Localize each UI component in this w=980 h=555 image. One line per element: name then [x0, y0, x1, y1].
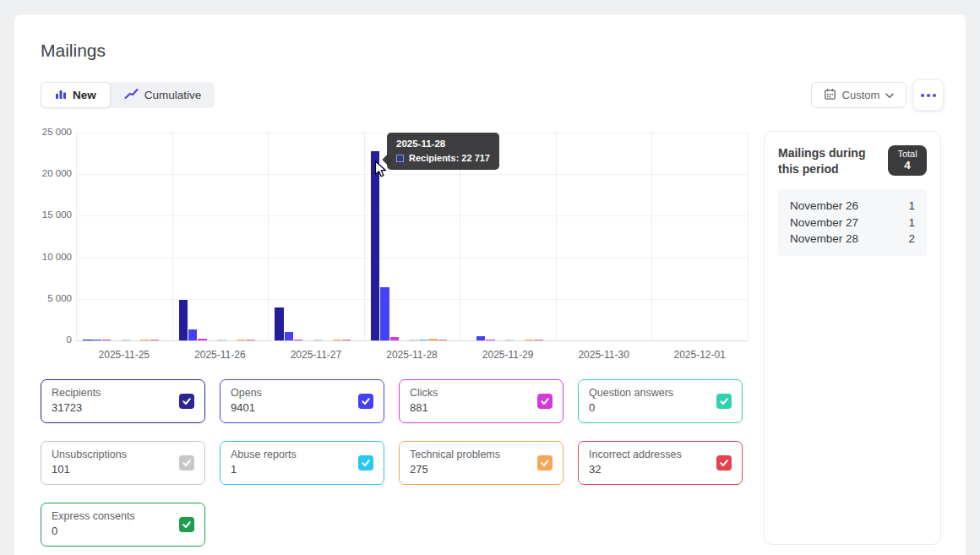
bar-clicks-2025-11-28[interactable] [390, 337, 400, 340]
clicks-checkbox[interactable] [537, 394, 553, 409]
bar-clicks-2025-11-29[interactable] [486, 340, 495, 341]
x-axis-tick: 2025-11-26 [172, 349, 269, 361]
bar-opens-2025-11-27[interactable] [285, 332, 294, 340]
period-day-label: November 27 [790, 215, 858, 231]
metric-label: Express consents [52, 510, 194, 522]
bar-technical-problems-2025-11-29[interactable] [525, 340, 534, 341]
bar-opens-2025-11-28[interactable] [380, 287, 389, 340]
period-summary-list: November 261November 271November 282 [778, 189, 927, 256]
period-day-count: 2 [908, 231, 915, 248]
bar-opens-2025-11-26[interactable] [188, 329, 198, 340]
bar-unsubscriptions-2025-11-26[interactable] [217, 340, 226, 341]
bar-clicks-2025-11-25[interactable] [102, 340, 112, 341]
gridline-v [748, 133, 749, 340]
metric-value: 0 [52, 525, 194, 537]
bar-opens-2025-11-29[interactable] [476, 336, 486, 340]
gridline-v [76, 133, 77, 340]
incorrect-addresses-checkbox[interactable] [716, 455, 732, 471]
y-axis-tick: 20 000 [25, 168, 72, 178]
metric-card-incorrect-addresses[interactable]: Incorrect addresses32 [578, 441, 743, 485]
technical-problems-checkbox[interactable] [537, 455, 553, 471]
bar-technical-problems-2025-11-27[interactable] [333, 340, 342, 341]
metric-label: Incorrect addresses [589, 449, 732, 460]
recipients-checkbox[interactable] [179, 394, 194, 409]
metric-card-technical-problems[interactable]: Technical problems275 [399, 441, 564, 485]
metric-card-unsubscriptions[interactable]: Unsubscriptions101 [41, 441, 205, 485]
series-marker-icon [396, 155, 404, 162]
bar-recipients-2025-11-26[interactable] [179, 300, 188, 340]
metric-label: Opens [231, 387, 373, 399]
gridline-v [651, 133, 652, 340]
metric-card-question-answers[interactable]: Question answers0 [578, 379, 743, 423]
x-axis-tick: 2025-12-01 [651, 349, 748, 361]
bar-unsubscriptions-2025-11-25[interactable] [122, 340, 131, 341]
metric-value: 275 [410, 463, 553, 476]
metric-label: Question answers [589, 387, 732, 399]
total-badge: Total 4 [888, 145, 927, 176]
gridline-v [172, 133, 173, 340]
metric-cards-row-3: Express consents0 [41, 503, 205, 547]
period-day-label: November 26 [790, 198, 858, 215]
bar-abuse-reports-2025-11-28[interactable] [419, 340, 428, 341]
bar-incorrect-addresses-2025-11-27[interactable] [342, 340, 351, 341]
gridline-h [76, 258, 748, 258]
metric-value: 9401 [231, 401, 373, 414]
metric-card-clicks[interactable]: Clicks881 [399, 379, 564, 423]
abuse-reports-checkbox[interactable] [358, 455, 373, 471]
gridline-v [268, 133, 269, 340]
bar-clicks-2025-11-26[interactable] [198, 339, 207, 340]
x-axis-tick: 2025-11-25 [76, 349, 172, 361]
period-summary-heading: Mailings during this period [778, 145, 869, 177]
bar-unsubscriptions-2025-11-28[interactable] [409, 340, 418, 341]
bar-incorrect-addresses-2025-11-28[interactable] [438, 340, 448, 341]
bar-technical-problems-2025-11-25[interactable] [140, 340, 150, 341]
bar-unsubscriptions-2025-11-27[interactable] [313, 340, 323, 341]
metric-card-recipients[interactable]: Recipients31723 [41, 379, 205, 423]
metric-label: Clicks [410, 387, 553, 399]
metric-card-abuse-reports[interactable]: Abuse reports1 [220, 441, 384, 485]
period-day-count: 1 [908, 198, 915, 215]
gridline-h [76, 215, 748, 216]
metric-label: Technical problems [410, 449, 553, 460]
x-axis-tick: 2025-11-29 [460, 349, 556, 361]
total-badge-label: Total [888, 149, 927, 159]
question-answers-checkbox[interactable] [716, 394, 732, 409]
metric-value: 32 [589, 463, 732, 476]
unsubscriptions-checkbox[interactable] [179, 455, 194, 471]
bar-incorrect-addresses-2025-11-26[interactable] [246, 340, 255, 341]
metric-card-opens[interactable]: Opens9401 [220, 379, 384, 423]
bar-clicks-2025-11-27[interactable] [294, 340, 303, 341]
tooltip-date: 2025-11-28 [396, 139, 490, 149]
period-day-count: 1 [908, 215, 915, 231]
bar-incorrect-addresses-2025-11-25[interactable] [150, 340, 160, 341]
metric-value: 1 [231, 463, 373, 476]
metric-label: Abuse reports [231, 449, 373, 460]
period-summary-row: November 282 [790, 231, 915, 248]
period-day-label: November 28 [790, 231, 858, 248]
bar-technical-problems-2025-11-28[interactable] [428, 339, 438, 340]
bar-technical-problems-2025-11-26[interactable] [237, 340, 246, 341]
x-axis-tick: 2025-11-28 [364, 349, 460, 361]
metric-cards-row-1: Recipients31723Opens9401Clicks881Questio… [41, 379, 743, 423]
y-axis-tick: 10 000 [25, 252, 72, 262]
bar-recipients-2025-11-27[interactable] [275, 307, 284, 340]
y-axis-tick: 5 000 [25, 293, 72, 303]
total-badge-value: 4 [888, 159, 927, 171]
bar-incorrect-addresses-2025-11-29[interactable] [534, 340, 543, 341]
bar-recipients-2025-11-25[interactable] [83, 340, 92, 341]
metric-card-express-consents[interactable]: Express consents0 [41, 503, 205, 547]
metric-value: 881 [410, 401, 553, 414]
y-axis-tick: 0 [25, 335, 72, 345]
period-summary-row: November 261 [790, 198, 915, 215]
express-consents-checkbox[interactable] [179, 517, 194, 532]
bar-unsubscriptions-2025-11-29[interactable] [505, 340, 514, 341]
period-summary-panel: Mailings during this period Total 4 Nove… [764, 131, 941, 545]
mailings-page: Mailings New Cumulative Custom [0, 0, 980, 555]
gridline-v [556, 133, 557, 340]
x-axis-tick: 2025-11-30 [556, 349, 652, 361]
y-axis-tick: 15 000 [25, 209, 72, 220]
metric-cards-row-2: Unsubscriptions101Abuse reports1Technica… [41, 441, 743, 485]
bar-opens-2025-11-25[interactable] [92, 340, 101, 341]
x-axis-tick: 2025-11-27 [268, 349, 364, 361]
opens-checkbox[interactable] [358, 394, 373, 409]
